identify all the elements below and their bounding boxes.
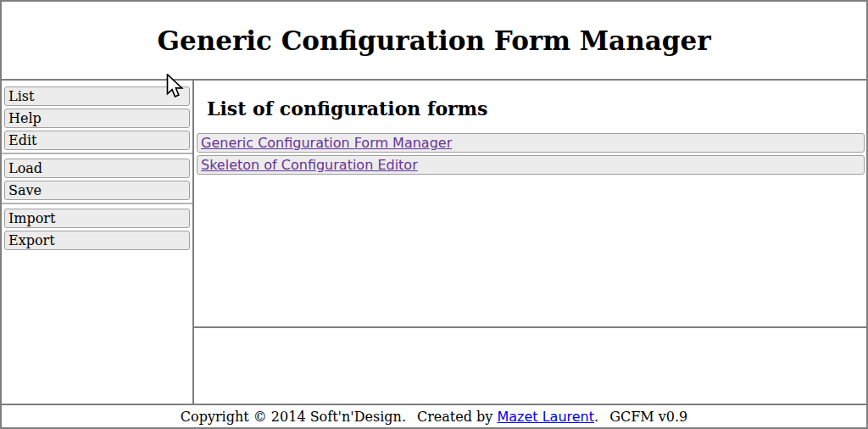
body-row: List Help Edit Load Save Import Export L… (2, 81, 866, 404)
sidebar-menu: List Help Edit Load Save Import Export (2, 81, 194, 404)
sidebar-item-import[interactable]: Import (4, 209, 190, 228)
footer: Copyright © 2014 Soft'n'Design. Created … (2, 404, 866, 427)
created-by-text: Created by (417, 409, 498, 425)
created-by-period: . (594, 409, 598, 425)
sidebar-item-edit[interactable]: Edit (4, 131, 190, 150)
version-text: GCFM v0.9 (609, 409, 687, 425)
sidebar-item-save[interactable]: Save (4, 181, 190, 200)
header: Generic Configuration Form Manager (2, 2, 866, 81)
sidebar-item-export[interactable]: Export (4, 231, 190, 250)
list-item[interactable]: Generic Configuration Form Manager (197, 133, 865, 153)
message-area (194, 328, 866, 404)
sidebar-divider (2, 203, 192, 204)
author-link[interactable]: Mazet Laurent (497, 409, 594, 425)
page-title: Generic Configuration Form Manager (157, 25, 710, 56)
copyright-text: Copyright © 2014 Soft'n'Design. (181, 409, 406, 425)
sidebar-divider (2, 153, 192, 154)
sidebar-item-list[interactable]: List (4, 86, 190, 106)
config-form-link-gcfm[interactable]: Generic Configuration Form Manager (201, 135, 452, 151)
app-window: Generic Configuration Form Manager List … (0, 0, 868, 429)
config-form-link-skeleton[interactable]: Skeleton of Configuration Editor (201, 157, 418, 173)
list-item[interactable]: Skeleton of Configuration Editor (197, 155, 865, 175)
main-heading: List of configuration forms (207, 98, 866, 120)
sidebar-item-help[interactable]: Help (4, 109, 190, 128)
main-content: List of configuration forms Generic Conf… (194, 81, 866, 328)
main-area: List of configuration forms Generic Conf… (194, 81, 866, 404)
sidebar-item-load[interactable]: Load (4, 159, 190, 178)
